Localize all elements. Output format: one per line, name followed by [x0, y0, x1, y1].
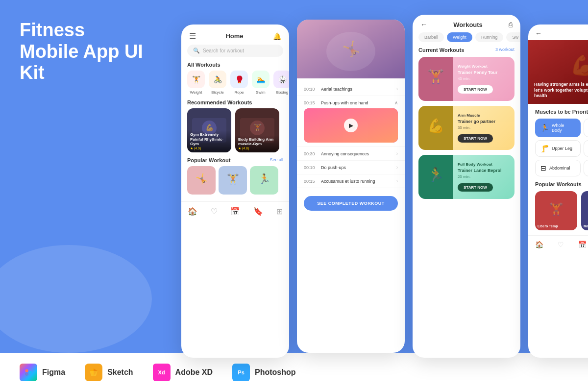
share-icon[interactable]: ⎙ [509, 21, 513, 28]
exercise-name-1: Aerial teachings [321, 87, 396, 92]
svg-text:🤸: 🤸 [342, 40, 361, 58]
cat-boxing-icon: 🥋 [273, 71, 289, 88]
workout-card-3[interactable]: 🏃 Full Body Workout Trainer Lance Beprol… [418, 155, 514, 199]
workout-card-3-start[interactable]: START NOW [458, 183, 493, 192]
chevron-icon-1: › [396, 86, 398, 92]
tab-sw[interactable]: Sw [506, 32, 520, 42]
muscle-arm[interactable]: 💪 Arm Muscle [584, 119, 588, 137]
p4-nav-heart-icon[interactable]: ♡ [558, 241, 564, 248]
p4-muscle-grid: 🏃 Whole Body 💪 Arm Muscle 🦵 Upper Leg 🦶 … [528, 119, 588, 181]
nav-calendar-icon[interactable]: 📅 [230, 207, 240, 216]
workout-card-2-tag: Arm Muscle [458, 113, 510, 118]
workout-card-2-name: Trainer go partner [458, 119, 510, 124]
workout-card-1-name: Trainer Penny Tour [458, 70, 510, 75]
photoshop-icon: Ps [232, 364, 250, 381]
workout-card-1[interactable]: 🏋 Weight Workout Trainer Penny Tour 45 m… [418, 57, 514, 101]
p4-back-button[interactable]: ← [535, 29, 542, 37]
pop-card-2[interactable]: 🏋 [219, 166, 247, 195]
p1-search-bar[interactable]: 🔍 Search for workout [187, 45, 283, 57]
cat-rope[interactable]: 🥊 Rope [230, 71, 248, 95]
pop-card-3[interactable]: 🏃 [250, 166, 278, 195]
exercise-video-preview[interactable]: 🤸 ▶ [304, 108, 398, 143]
cat-boxing[interactable]: 🥋 Boxing [273, 71, 289, 95]
play-button[interactable]: ▶ [344, 119, 358, 132]
svg-text:🏃: 🏃 [427, 167, 444, 183]
workout-card-1-info: Weight Workout Trainer Penny Tour 45 min… [453, 60, 514, 98]
p4-muscles-title: Muscles to be Prioritized [528, 104, 588, 119]
muscle-upper-leg[interactable]: 🦵 Upper Leg [535, 140, 581, 157]
rec-card-1-rating: ★ (4.9) [190, 147, 228, 150]
exercise-time-2: 00:15 [304, 100, 321, 105]
exercise-item-3[interactable]: 00:30 Annoying consequences › [297, 147, 405, 161]
muscle-abdominal[interactable]: ⊟ Abdominal [535, 160, 581, 176]
phone-workouts: ← Workouts ⎙ Barbell Weight Running Sw C… [413, 15, 520, 358]
p4-nav: 🏠 ♡ 📅 🔖 ⊞ [528, 235, 588, 253]
exercise-item-4[interactable]: 00:10 Do push-ups › [297, 161, 405, 174]
rec-card-1[interactable]: 💪 Gym Extremely Painful Rhythmic-Gym ★ (… [187, 108, 231, 152]
exercise-time-4: 00:10 [304, 165, 321, 170]
cat-weight[interactable]: 🏋 Weight [187, 71, 205, 95]
cat-swim[interactable]: 🏊 Swim [252, 71, 270, 95]
popular-card-1[interactable]: 🏋 Libero Temp [535, 191, 577, 230]
workout-card-2-start[interactable]: START NOW [458, 134, 493, 143]
exercise-time-1: 00:10 [304, 87, 321, 92]
muscle-whole-body-icon: 🏃 [540, 124, 549, 132]
nav-grid-icon[interactable]: ⊞ [276, 207, 283, 216]
p1-categories: 🏋 Weight 🚴 Bicycle 🥊 Rope 🏊 Swim 🥋 Boxin… [181, 71, 289, 99]
p4-hero-image: 💪 Having stronger arms is everyone's dre… [528, 40, 588, 104]
bell-icon[interactable]: 🔔 [273, 32, 281, 40]
p4-nav-home-icon[interactable]: 🏠 [535, 241, 543, 248]
svg-text:🏋: 🏋 [427, 69, 444, 85]
svg-text:🏋: 🏋 [549, 202, 564, 216]
cat-bicycle[interactable]: 🚴 Bicycle [209, 71, 226, 95]
p2-count: 3 workout [495, 47, 514, 53]
rec-card-2-overlay: Body Building Arm muscle-Gym ★ (4.8) [235, 135, 279, 152]
muscle-pectoral[interactable]: 👕 Pectoral [584, 160, 588, 176]
tab-weight[interactable]: Weight [447, 32, 472, 42]
nav-bookmark-icon[interactable]: 🔖 [253, 207, 263, 216]
muscle-whole-leg[interactable]: 🦶 Whole Leg [584, 140, 588, 157]
workout-card-2[interactable]: 💪 Arm Muscle Trainer go partner 35 min. … [418, 106, 514, 150]
pop-card-1[interactable]: 🤸 [187, 166, 216, 195]
popular-card-2-label: Maxime Placeat [584, 224, 588, 228]
exercise-name-3: Annoying consequences [321, 151, 396, 156]
tab-running[interactable]: Running [475, 32, 504, 42]
p4-nav-calendar-icon[interactable]: 📅 [578, 241, 587, 248]
hero-section: Fitness Mobile App UI Kit [0, 0, 186, 392]
chevron-icon-4: › [396, 165, 398, 170]
p2-section-title: Current Workouts [418, 47, 464, 53]
p1-popular-label: Popular Workout [187, 157, 230, 163]
sketch-icon [85, 364, 102, 381]
exercise-item-5[interactable]: 00:15 Accusamus et iusto running › [297, 174, 405, 188]
svg-text:🏋: 🏋 [227, 173, 239, 185]
back-button[interactable]: ← [420, 21, 427, 28]
exercise-item-1[interactable]: 00:10 Aerial teachings › [297, 82, 405, 96]
exercise-item-2[interactable]: 00:15 Push-ups with one hand ∧ [297, 96, 405, 147]
workout-card-1-start[interactable]: START NOW [458, 85, 493, 94]
muscle-whole-body-label: Whole Body [552, 123, 575, 133]
workout-card-1-duration: 45 min. [458, 76, 510, 81]
svg-text:🤸: 🤸 [196, 173, 208, 185]
rec-card-2[interactable]: 🏋 Body Building Arm muscle-Gym ★ (4.8) [235, 108, 279, 152]
workout-card-3-duration: 25 min. [458, 174, 510, 179]
popular-card-2[interactable]: 💪 Maxime Placeat [581, 191, 588, 230]
tab-barbell[interactable]: Barbell [418, 32, 444, 42]
workout-card-2-info: Arm Muscle Trainer go partner 35 min. ST… [453, 109, 514, 147]
cat-boxing-label: Boxing [276, 90, 288, 95]
muscle-whole-body[interactable]: 🏃 Whole Body [535, 119, 581, 137]
tools-bar: Figma Sketch Xd Adobe XD Ps Photoshop [0, 353, 588, 392]
p1-see-all-link[interactable]: See all [270, 157, 283, 163]
adobexd-icon: Xd [153, 364, 171, 381]
exercise-name-5: Accusamus et iusto running [321, 179, 396, 184]
nav-heart-icon[interactable]: ♡ [211, 207, 218, 216]
nav-home-icon[interactable]: 🏠 [188, 207, 197, 216]
rec-card-2-rating: ★ (4.8) [238, 147, 276, 150]
p1-all-workouts-label: All Workouts [181, 62, 289, 71]
completed-workout-button[interactable]: SEE COMPLETED WORKOUT [304, 196, 398, 211]
p4-popular-title: Popular Workouts [528, 181, 588, 191]
p2-section-header: Current Workouts 3 workout [413, 47, 520, 57]
menu-icon[interactable]: ☰ [189, 31, 196, 41]
workout-card-2-inner: 💪 Arm Muscle Trainer go partner 35 min. … [418, 106, 514, 150]
p1-header: ☰ Home 🔔 [181, 24, 289, 45]
muscle-upper-leg-label: Upper Leg [552, 146, 572, 151]
